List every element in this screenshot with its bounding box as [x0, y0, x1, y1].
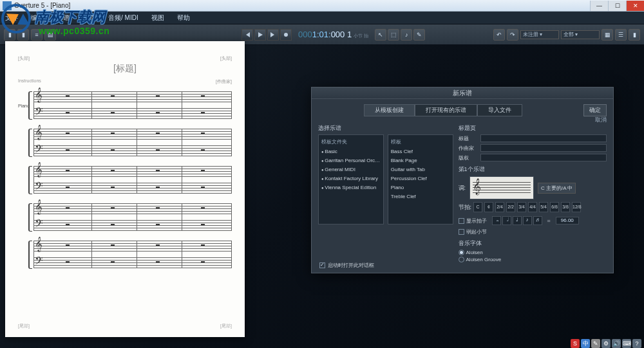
side-panel-button[interactable]: ▮ [629, 29, 640, 41]
timesig-button[interactable]: 2/4 [495, 202, 504, 212]
panel-toggle-1[interactable]: ▮ [4, 29, 15, 41]
list-item[interactable]: Guitar with Tab [391, 165, 450, 174]
score-page[interactable]: [头部] [头部] [标题] Instructions [作曲家] Piano𝄞… [5, 41, 245, 337]
menu-help[interactable]: 帮助 [177, 14, 190, 23]
dialog-title: 新乐谱 [312, 87, 613, 99]
undo-button[interactable]: ↶ [493, 29, 505, 41]
menubar: 文件 编辑 乐谱 音符 音频/ MIDI 视图 帮助 [0, 12, 644, 24]
tray-icon[interactable]: ? [632, 339, 641, 348]
redo-button[interactable]: ↷ [507, 29, 518, 41]
header-right: [头部] [220, 55, 232, 62]
timesig-button[interactable]: ¢ [484, 202, 493, 212]
menu-file[interactable]: 文件 [5, 14, 18, 23]
score-title[interactable]: [标题] [18, 63, 232, 75]
timesig-button[interactable]: 4/4 [528, 202, 537, 212]
list-item[interactable]: Vienna Special Edition [321, 183, 381, 192]
title-section-label: 标题页 [459, 124, 607, 133]
new-score-dialog: 新乐谱 从模板创建 打开现有的乐谱 导入文件 确定 取消 选择乐谱 模板文件夹 … [311, 87, 614, 273]
startup-checkbox[interactable] [319, 262, 325, 268]
staff-system[interactable]: Piano𝄞𝄢 [18, 91, 232, 120]
show-beat-checkbox[interactable] [459, 218, 464, 224]
pencil-tool[interactable]: ✎ [413, 29, 425, 41]
footer-left: [尾部] [18, 323, 30, 329]
font-radio-aloisen[interactable] [459, 250, 464, 255]
note-eighth[interactable]: ♪ [523, 216, 532, 225]
folder-listbox[interactable]: 模板文件夹 Basic Garritan Personal Orc… Gener… [318, 134, 384, 224]
close-button[interactable]: ✕ [626, 1, 644, 11]
note-whole[interactable]: 𝅝 [492, 216, 501, 225]
forward-button[interactable] [267, 29, 279, 41]
staff-system[interactable]: 𝄞𝄢 [18, 166, 232, 194]
timesig-button[interactable]: 5/4 [539, 202, 548, 212]
font-radio-groove[interactable] [459, 257, 464, 262]
pointer-tool[interactable]: ↖ [375, 29, 386, 41]
window-title: Overture 5 - [Piano] [14, 2, 590, 9]
maximize-button[interactable]: ☐ [608, 1, 626, 11]
tray-icon[interactable]: 中 [581, 339, 590, 348]
instrument-select[interactable]: 未注册 ▾ [520, 30, 559, 39]
ok-button[interactable]: 确定 [583, 104, 607, 116]
list-item[interactable]: Treble Clef [391, 192, 450, 201]
timesig-button[interactable]: 2/2 [506, 202, 515, 212]
pickup-checkbox[interactable] [459, 229, 464, 235]
template-section-label: 选择乐谱 [318, 124, 453, 133]
list-item[interactable]: Kontakt Factory Library [321, 174, 381, 183]
timesig-button[interactable]: 3/8 [561, 202, 570, 212]
minimize-button[interactable]: — [590, 1, 608, 11]
staff-system[interactable]: 𝄞𝄢 [18, 129, 232, 157]
font-section-label: 音乐字体 [459, 239, 607, 248]
menu-view[interactable]: 视图 [151, 14, 164, 23]
list-item[interactable]: Blank Page [391, 156, 450, 165]
tempo-input[interactable]: 96.00 [556, 217, 579, 224]
title-input[interactable] [480, 134, 607, 142]
tracks-button[interactable]: ☰ [615, 29, 627, 41]
panel-toggle-4[interactable]: ▤ [44, 29, 56, 41]
tray-icon[interactable]: ⌨ [622, 339, 631, 348]
tab-from-template[interactable]: 从模板创建 [364, 104, 415, 116]
tray-icon[interactable]: ⚙ [601, 339, 611, 348]
app-icon [3, 1, 12, 10]
staff-system[interactable]: 𝄞𝄢 [18, 203, 232, 232]
timesig-button[interactable]: C [473, 202, 482, 212]
tray-icon[interactable]: S [571, 339, 580, 348]
tray-icon[interactable]: 🔊 [612, 339, 621, 348]
copyright-input[interactable] [480, 154, 607, 161]
position-counter: 0001:01:000 1 小节 拍 [298, 30, 368, 39]
list-item[interactable]: Garritan Personal Orc… [321, 156, 381, 165]
note-quarter[interactable]: ♩ [513, 216, 522, 225]
note-half[interactable]: 𝅗𝅥 [502, 216, 511, 225]
play-button[interactable] [254, 29, 266, 41]
note-tool[interactable]: ♪ [401, 29, 412, 41]
staff-system[interactable]: 𝄞𝄢 [18, 241, 232, 269]
tray-icon[interactable]: ✎ [591, 339, 600, 348]
key-select-button[interactable]: C 主要的/A 中 [538, 183, 576, 194]
timesig-button[interactable]: 12/8 [572, 202, 581, 212]
select-tool[interactable]: ⬚ [388, 29, 399, 41]
composer-input[interactable] [480, 144, 607, 152]
footer-right: [尾部] [220, 323, 232, 329]
list-item[interactable]: Piano [391, 183, 450, 192]
list-item[interactable]: Bass Clef [391, 147, 450, 156]
panel-toggle-3[interactable]: ≡ [31, 29, 43, 41]
menu-edit[interactable]: 编辑 [31, 14, 44, 23]
menu-note[interactable]: 音符 [82, 14, 95, 23]
mixer-button[interactable]: ▦ [601, 29, 613, 41]
rewind-button[interactable] [242, 29, 253, 41]
timesig-button[interactable]: 6/8 [550, 202, 559, 212]
list-item[interactable]: Percussion Clef [391, 174, 450, 183]
template-listbox[interactable]: 模板 Bass Clef Blank Page Guitar with Tab … [388, 134, 453, 224]
list-item[interactable]: General MIDI [321, 165, 381, 174]
menu-score[interactable]: 乐谱 [57, 14, 70, 23]
list-item[interactable]: Basic [321, 147, 381, 156]
note-sixteenth[interactable]: ♬ [533, 216, 542, 225]
window-titlebar: Overture 5 - [Piano] — ☐ ✕ [0, 0, 644, 12]
tab-import-file[interactable]: 导入文件 [477, 104, 522, 116]
record-button[interactable] [280, 29, 292, 41]
tab-open-existing[interactable]: 打开现有的乐谱 [415, 104, 477, 116]
timesig-button[interactable]: 3/4 [517, 202, 526, 212]
voice-select[interactable]: 全部 ▾ [561, 30, 600, 39]
svg-point-0 [284, 33, 288, 37]
menu-audio-midi[interactable]: 音频/ MIDI [108, 14, 138, 23]
panel-toggle-2[interactable]: ▮ [17, 29, 29, 41]
cancel-button[interactable]: 取消 [595, 116, 607, 124]
